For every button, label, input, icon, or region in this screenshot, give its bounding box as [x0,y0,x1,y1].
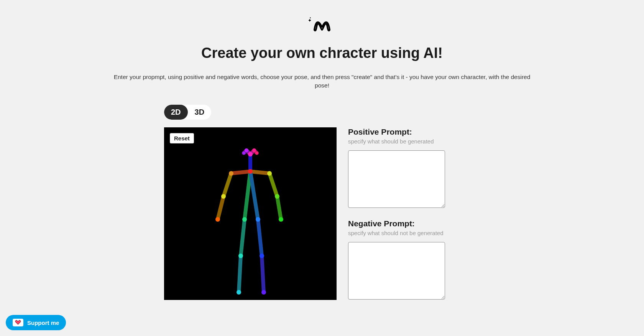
svg-point-30 [248,152,253,156]
svg-line-2 [250,171,269,173]
svg-point-34 [255,152,258,155]
svg-point-24 [242,217,247,222]
svg-point-32 [252,148,256,152]
toggle-3d-button[interactable]: 3D [188,105,212,120]
svg-line-6 [277,196,281,219]
heart-cup-icon [13,319,23,326]
reset-button[interactable]: Reset [170,133,194,143]
toggle-2d-button[interactable]: 2D [164,105,188,120]
svg-point-23 [279,217,283,222]
svg-line-11 [239,256,241,292]
brand-logo [307,15,337,34]
negative-prompt-input[interactable] [348,242,445,300]
page-subtitle: Enter your propmpt, using positive and n… [100,73,544,89]
mode-toggle: 2D 3D [164,105,211,120]
support-me-label: Support me [27,320,59,326]
support-me-button[interactable]: Support me [6,315,66,330]
svg-point-27 [260,254,264,258]
positive-prompt-input[interactable] [348,150,445,208]
svg-point-18 [229,171,233,176]
page-title: Create your own chracter using AI! [0,45,644,61]
pose-skeleton [164,127,337,300]
negative-prompt-hint: specify what should not be generated [348,230,455,236]
svg-point-33 [242,152,245,155]
svg-point-29 [261,290,266,295]
svg-line-10 [258,219,262,256]
svg-line-9 [241,219,245,256]
svg-line-12 [262,256,264,292]
svg-point-26 [238,254,243,258]
svg-line-4 [269,173,277,196]
svg-line-7 [245,171,250,219]
svg-line-3 [223,173,231,196]
svg-point-28 [237,290,241,295]
svg-point-17 [248,169,253,174]
svg-line-8 [250,171,258,219]
svg-point-22 [215,217,220,222]
svg-point-20 [221,194,226,199]
svg-line-5 [218,196,223,219]
svg-point-19 [267,171,272,176]
positive-prompt-label: Positive Prompt: [348,127,455,137]
svg-point-21 [275,194,279,199]
pose-canvas[interactable]: Reset [164,127,337,300]
positive-prompt-hint: specify what should be generated [348,138,455,145]
negative-prompt-label: Negative Prompt: [348,219,455,228]
svg-point-31 [245,148,248,152]
svg-point-25 [256,217,260,222]
svg-line-1 [231,171,250,173]
